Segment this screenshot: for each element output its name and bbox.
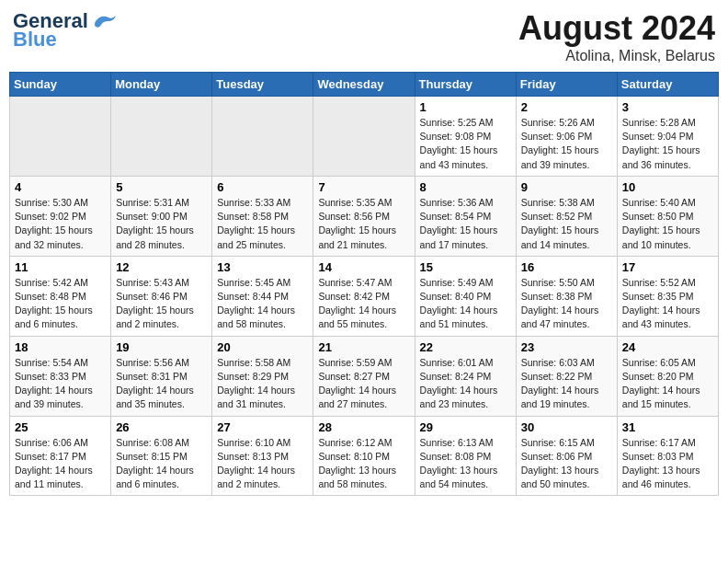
calendar-week-row: 4Sunrise: 5:30 AM Sunset: 9:02 PM Daylig… bbox=[10, 176, 719, 256]
day-number: 26 bbox=[116, 420, 207, 434]
day-number: 29 bbox=[420, 420, 511, 434]
day-number: 13 bbox=[217, 260, 308, 274]
day-info: Sunrise: 5:31 AM Sunset: 9:00 PM Dayligh… bbox=[116, 196, 207, 252]
calendar-cell: 8Sunrise: 5:36 AM Sunset: 8:54 PM Daylig… bbox=[415, 176, 516, 256]
calendar-cell: 27Sunrise: 6:10 AM Sunset: 8:13 PM Dayli… bbox=[212, 416, 313, 496]
calendar-cell: 7Sunrise: 5:35 AM Sunset: 8:56 PM Daylig… bbox=[313, 176, 415, 256]
day-info: Sunrise: 5:38 AM Sunset: 8:52 PM Dayligh… bbox=[521, 196, 612, 252]
calendar-subtitle: Atolina, Minsk, Belarus bbox=[518, 48, 715, 64]
calendar-cell: 25Sunrise: 6:06 AM Sunset: 8:17 PM Dayli… bbox=[10, 416, 111, 496]
calendar-cell: 29Sunrise: 6:13 AM Sunset: 8:08 PM Dayli… bbox=[415, 416, 516, 496]
day-info: Sunrise: 5:26 AM Sunset: 9:06 PM Dayligh… bbox=[521, 116, 612, 172]
calendar-cell bbox=[212, 97, 313, 177]
day-info: Sunrise: 6:03 AM Sunset: 8:22 PM Dayligh… bbox=[521, 356, 612, 412]
day-number: 6 bbox=[217, 180, 308, 194]
logo: General Blue bbox=[13, 9, 118, 52]
day-number: 15 bbox=[420, 260, 511, 274]
day-info: Sunrise: 6:01 AM Sunset: 8:24 PM Dayligh… bbox=[420, 356, 511, 412]
calendar-cell: 10Sunrise: 5:40 AM Sunset: 8:50 PM Dayli… bbox=[617, 176, 718, 256]
calendar-table: SundayMondayTuesdayWednesdayThursdayFrid… bbox=[9, 72, 719, 496]
day-info: Sunrise: 6:06 AM Sunset: 8:17 PM Dayligh… bbox=[15, 436, 106, 492]
day-info: Sunrise: 5:49 AM Sunset: 8:40 PM Dayligh… bbox=[420, 276, 511, 332]
calendar-week-row: 18Sunrise: 5:54 AM Sunset: 8:33 PM Dayli… bbox=[10, 336, 719, 416]
day-info: Sunrise: 5:33 AM Sunset: 8:58 PM Dayligh… bbox=[217, 196, 308, 252]
day-info: Sunrise: 6:10 AM Sunset: 8:13 PM Dayligh… bbox=[217, 436, 308, 492]
calendar-cell: 1Sunrise: 5:25 AM Sunset: 9:08 PM Daylig… bbox=[415, 97, 516, 177]
day-number: 14 bbox=[318, 260, 409, 274]
day-number: 3 bbox=[622, 100, 713, 114]
calendar-cell: 15Sunrise: 5:49 AM Sunset: 8:40 PM Dayli… bbox=[415, 256, 516, 336]
day-number: 17 bbox=[622, 260, 713, 274]
day-number: 23 bbox=[521, 340, 612, 354]
day-number: 30 bbox=[521, 420, 612, 434]
day-number: 24 bbox=[622, 340, 713, 354]
column-header-sunday: Sunday bbox=[10, 73, 111, 97]
day-info: Sunrise: 6:08 AM Sunset: 8:15 PM Dayligh… bbox=[116, 436, 207, 492]
day-number: 19 bbox=[116, 340, 207, 354]
day-info: Sunrise: 5:56 AM Sunset: 8:31 PM Dayligh… bbox=[116, 356, 207, 412]
calendar-cell: 9Sunrise: 5:38 AM Sunset: 8:52 PM Daylig… bbox=[516, 176, 617, 256]
calendar-cell: 26Sunrise: 6:08 AM Sunset: 8:15 PM Dayli… bbox=[111, 416, 212, 496]
day-info: Sunrise: 6:12 AM Sunset: 8:10 PM Dayligh… bbox=[318, 436, 409, 492]
day-number: 7 bbox=[318, 180, 409, 194]
day-number: 20 bbox=[217, 340, 308, 354]
day-number: 22 bbox=[420, 340, 511, 354]
calendar-cell: 16Sunrise: 5:50 AM Sunset: 8:38 PM Dayli… bbox=[516, 256, 617, 336]
day-number: 21 bbox=[318, 340, 409, 354]
day-info: Sunrise: 5:35 AM Sunset: 8:56 PM Dayligh… bbox=[318, 196, 409, 252]
day-number: 8 bbox=[420, 180, 511, 194]
column-header-monday: Monday bbox=[111, 73, 212, 97]
day-number: 16 bbox=[521, 260, 612, 274]
day-info: Sunrise: 5:47 AM Sunset: 8:42 PM Dayligh… bbox=[318, 276, 409, 332]
calendar-cell: 5Sunrise: 5:31 AM Sunset: 9:00 PM Daylig… bbox=[111, 176, 212, 256]
calendar-cell: 2Sunrise: 5:26 AM Sunset: 9:06 PM Daylig… bbox=[516, 97, 617, 177]
day-info: Sunrise: 5:58 AM Sunset: 8:29 PM Dayligh… bbox=[217, 356, 308, 412]
day-number: 9 bbox=[521, 180, 612, 194]
day-info: Sunrise: 5:36 AM Sunset: 8:54 PM Dayligh… bbox=[420, 196, 511, 252]
calendar-cell: 21Sunrise: 5:59 AM Sunset: 8:27 PM Dayli… bbox=[313, 336, 415, 416]
calendar-cell: 19Sunrise: 5:56 AM Sunset: 8:31 PM Dayli… bbox=[111, 336, 212, 416]
day-info: Sunrise: 5:43 AM Sunset: 8:46 PM Dayligh… bbox=[116, 276, 207, 332]
column-header-friday: Friday bbox=[516, 73, 617, 97]
day-number: 28 bbox=[318, 420, 409, 434]
calendar-cell: 13Sunrise: 5:45 AM Sunset: 8:44 PM Dayli… bbox=[212, 256, 313, 336]
calendar-cell: 11Sunrise: 5:42 AM Sunset: 8:48 PM Dayli… bbox=[10, 256, 111, 336]
day-number: 12 bbox=[116, 260, 207, 274]
day-info: Sunrise: 5:40 AM Sunset: 8:50 PM Dayligh… bbox=[622, 196, 713, 252]
calendar-cell: 20Sunrise: 5:58 AM Sunset: 8:29 PM Dayli… bbox=[212, 336, 313, 416]
calendar-cell: 17Sunrise: 5:52 AM Sunset: 8:35 PM Dayli… bbox=[617, 256, 718, 336]
day-info: Sunrise: 5:45 AM Sunset: 8:44 PM Dayligh… bbox=[217, 276, 308, 332]
day-number: 27 bbox=[217, 420, 308, 434]
calendar-header-row: SundayMondayTuesdayWednesdayThursdayFrid… bbox=[10, 73, 719, 97]
calendar-cell: 3Sunrise: 5:28 AM Sunset: 9:04 PM Daylig… bbox=[617, 97, 718, 177]
calendar-cell: 24Sunrise: 6:05 AM Sunset: 8:20 PM Dayli… bbox=[617, 336, 718, 416]
calendar-cell bbox=[313, 97, 415, 177]
calendar-cell: 4Sunrise: 5:30 AM Sunset: 9:02 PM Daylig… bbox=[10, 176, 111, 256]
day-info: Sunrise: 6:05 AM Sunset: 8:20 PM Dayligh… bbox=[622, 356, 713, 412]
calendar-title-block: August 2024 Atolina, Minsk, Belarus bbox=[518, 9, 715, 64]
day-info: Sunrise: 5:25 AM Sunset: 9:08 PM Dayligh… bbox=[420, 116, 511, 172]
day-info: Sunrise: 6:13 AM Sunset: 8:08 PM Dayligh… bbox=[420, 436, 511, 492]
calendar-cell: 14Sunrise: 5:47 AM Sunset: 8:42 PM Dayli… bbox=[313, 256, 415, 336]
day-number: 31 bbox=[622, 420, 713, 434]
column-header-thursday: Thursday bbox=[415, 73, 516, 97]
calendar-title: August 2024 bbox=[518, 9, 715, 48]
column-header-wednesday: Wednesday bbox=[313, 73, 415, 97]
calendar-week-row: 1Sunrise: 5:25 AM Sunset: 9:08 PM Daylig… bbox=[10, 97, 719, 177]
column-header-saturday: Saturday bbox=[617, 73, 718, 97]
day-info: Sunrise: 5:59 AM Sunset: 8:27 PM Dayligh… bbox=[318, 356, 409, 412]
day-number: 18 bbox=[15, 340, 106, 354]
day-info: Sunrise: 6:17 AM Sunset: 8:03 PM Dayligh… bbox=[622, 436, 713, 492]
day-number: 5 bbox=[116, 180, 207, 194]
day-number: 11 bbox=[15, 260, 106, 274]
day-info: Sunrise: 5:54 AM Sunset: 8:33 PM Dayligh… bbox=[15, 356, 106, 412]
day-number: 1 bbox=[420, 100, 511, 114]
day-info: Sunrise: 5:28 AM Sunset: 9:04 PM Dayligh… bbox=[622, 116, 713, 172]
calendar-cell bbox=[111, 97, 212, 177]
day-info: Sunrise: 5:50 AM Sunset: 8:38 PM Dayligh… bbox=[521, 276, 612, 332]
day-number: 25 bbox=[15, 420, 106, 434]
calendar-week-row: 11Sunrise: 5:42 AM Sunset: 8:48 PM Dayli… bbox=[10, 256, 719, 336]
day-number: 2 bbox=[521, 100, 612, 114]
calendar-cell: 18Sunrise: 5:54 AM Sunset: 8:33 PM Dayli… bbox=[10, 336, 111, 416]
day-number: 4 bbox=[15, 180, 106, 194]
